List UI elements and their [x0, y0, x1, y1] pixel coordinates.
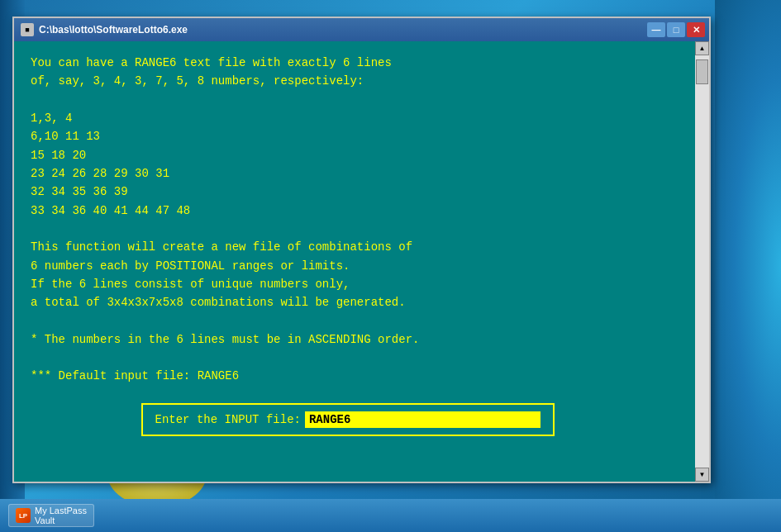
- input-area: Enter the INPUT file:: [14, 391, 681, 449]
- title-bar-left: ■ C:\bas\lotto\SoftwareLotto6.exe: [21, 23, 188, 36]
- scrollbar-down-button[interactable]: ▼: [695, 468, 709, 482]
- console-line: 1,3, 4: [31, 109, 679, 127]
- console-line: [31, 349, 679, 367]
- lastpass-icon: LP: [16, 508, 31, 523]
- scrollbar: ▲ ▼: [695, 41, 709, 482]
- window-icon: ■: [21, 23, 34, 36]
- scrollbar-track[interactable]: [695, 55, 709, 468]
- console-line: *** Default input file: RANGE6: [31, 367, 679, 385]
- minimize-button[interactable]: —: [647, 22, 665, 37]
- console-line: 33 34 36 40 41 44 47 48: [31, 202, 679, 220]
- console-line: 32 34 35 36 39: [31, 183, 679, 201]
- scrollbar-thumb[interactable]: [696, 59, 708, 84]
- console-line: If the 6 lines consist of unique numbers…: [31, 275, 679, 293]
- console-line: This function will create a new file of …: [31, 238, 679, 256]
- console-line: of, say, 3, 4, 3, 7, 5, 8 numbers, respe…: [31, 72, 679, 90]
- console-window: ■ C:\bas\lotto\SoftwareLotto6.exe — □ ✕ …: [12, 17, 711, 483]
- console-line: a total of 3x4x3x7x5x8 combinations will…: [31, 293, 679, 311]
- console-line: * The numbers in the 6 lines must be in …: [31, 330, 679, 349]
- scrollbar-up-button[interactable]: ▲: [695, 41, 709, 55]
- taskbar-item-lastpass[interactable]: LP My LastPassVault: [8, 504, 94, 527]
- console-line: [31, 220, 679, 238]
- console-line: 15 18 20: [31, 146, 679, 164]
- maximize-button[interactable]: □: [667, 22, 685, 37]
- console-lines: You can have a RANGE6 text file with exa…: [31, 54, 679, 385]
- window-title: C:\bas\lotto\SoftwareLotto6.exe: [39, 24, 188, 36]
- console-line: 6 numbers each by POSITIONAL ranges or l…: [31, 257, 679, 275]
- console-line: 6,10 11 13: [31, 127, 679, 145]
- console-line: 23 24 26 28 29 30 31: [31, 164, 679, 183]
- console-line: [31, 312, 679, 330]
- taskbar: LP My LastPassVault: [0, 499, 781, 532]
- title-bar: ■ C:\bas\lotto\SoftwareLotto6.exe — □ ✕: [14, 18, 709, 41]
- title-buttons: — □ ✕: [647, 22, 705, 37]
- input-file-field[interactable]: [305, 411, 541, 428]
- console-text-area: You can have a RANGE6 text file with exa…: [14, 41, 695, 482]
- console-line: [31, 91, 679, 109]
- console-content: You can have a RANGE6 text file with exa…: [14, 41, 709, 482]
- console-line: You can have a RANGE6 text file with exa…: [31, 54, 679, 72]
- input-container: Enter the INPUT file:: [141, 403, 555, 436]
- taskbar-item-label: My LastPassVault: [35, 506, 87, 525]
- bg-right: [715, 0, 781, 532]
- input-label: Enter the INPUT file:: [155, 413, 301, 426]
- close-button[interactable]: ✕: [687, 22, 705, 37]
